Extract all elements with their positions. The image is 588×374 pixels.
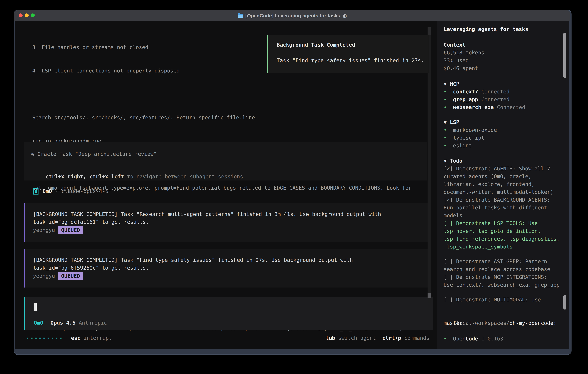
- tab-key-label: switch agent: [338, 334, 376, 342]
- oracle-task-box: ◉ Oracle Task "Deep architecture review"…: [24, 142, 427, 180]
- input-model: Opus 4.5: [51, 319, 75, 327]
- separator-dot: ·: [55, 187, 58, 195]
- mcp-item: •context7Connected: [444, 88, 561, 96]
- status-badge: QUEUED: [58, 226, 83, 234]
- lsp-section-heading: ▼ LSP: [444, 118, 561, 126]
- context-tokens: 66,518 tokens: [444, 49, 561, 57]
- bullet-icon: •: [444, 142, 453, 150]
- todo-item-done: [✓] Demonstrate AGENTS: Show all 7 curat…: [444, 165, 561, 196]
- app-name-light: Open: [453, 335, 466, 343]
- message-line: [BACKGROUND TASK COMPLETED] Task "Find t…: [33, 256, 353, 264]
- agent-status-icon: [33, 188, 39, 195]
- workspace-branch: master: [444, 319, 561, 327]
- main-scrollbar-cap: [428, 27, 431, 35]
- context-used: 33% used: [444, 57, 561, 64]
- mcp-item: •websearch_exaConnected: [444, 104, 561, 111]
- todo-scrollbar-thumb[interactable]: [563, 295, 566, 310]
- version-row: •OpenCode1.0.163: [444, 335, 561, 343]
- agent-header: OmO · claude-opus-4-5: [33, 187, 108, 195]
- context-heading: Context: [444, 41, 561, 49]
- spinner-dots-icon: ▪▪▪▪▪▪▪▪▪: [26, 334, 64, 342]
- lsp-name: typescript: [453, 134, 484, 142]
- mcp-name: grep_app: [453, 96, 478, 104]
- prompt-input[interactable]: OmO Opus 4.5 Anthropic: [24, 297, 433, 330]
- sidebar-scrollbar-thumb[interactable]: [563, 33, 566, 78]
- window-title-group: [OpenCode] Leveraging agents for tasks ◐: [14, 10, 570, 21]
- lsp-name: eslint: [453, 142, 472, 150]
- window-title: [OpenCode] Leveraging agents for tasks: [245, 13, 340, 19]
- terminal-line: [32, 90, 429, 98]
- status-badge: QUEUED: [58, 272, 83, 280]
- todo-item-pending: [ ] Demonstrate MCP INTEGRATIONS: Use co…: [444, 273, 561, 289]
- todo-item-done: [✓] Demonstrate BACKGROUND AGENTS: Run p…: [444, 196, 561, 219]
- lsp-item: •eslint: [444, 142, 561, 150]
- input-provider: Anthropic: [79, 319, 107, 327]
- message-line: task_id="bg_6f59260c" to get results.: [33, 264, 149, 272]
- message-box: [BACKGROUND TASK COMPLETED] Task "Resear…: [24, 203, 428, 242]
- todo-item-active: [ ] Demonstrate LSP TOOLS: Use lsp_hover…: [444, 219, 561, 251]
- bullet-icon: •: [444, 134, 453, 142]
- mcp-status: Connected: [497, 104, 525, 111]
- esc-key-label: interrupt: [84, 334, 112, 342]
- bullet-icon: •: [444, 96, 453, 104]
- mcp-item: •grep_appConnected: [444, 96, 561, 104]
- ctrlp-key-label: commands: [404, 334, 429, 342]
- bullet-icon: •: [444, 335, 453, 343]
- app-name-bold: Code: [466, 335, 478, 343]
- moon-icon: ◐: [342, 13, 347, 19]
- folder-icon: [238, 14, 243, 18]
- lsp-name: markdown-oxide: [453, 126, 497, 134]
- message-box: [BACKGROUND TASK COMPLETED] Task "Find t…: [24, 249, 428, 288]
- mcp-status: Connected: [481, 88, 509, 96]
- mcp-name: context7: [453, 88, 478, 96]
- mcp-status: Connected: [481, 96, 509, 104]
- todo-item-pending: [ ] Demonstrate MULTIMODAL: Use: [444, 296, 561, 303]
- tab-key-hint: tab: [326, 334, 335, 342]
- message-author: yeongyu: [33, 272, 55, 280]
- title-bar: [OpenCode] Leveraging agents for tasks ◐: [14, 10, 570, 21]
- background-task-notification: Background Task Completed Task "Find typ…: [267, 35, 430, 73]
- todo-section-heading: ▼ Todo: [444, 157, 561, 165]
- message-line: task_id="bg_dcfac161" to get results.: [33, 218, 149, 226]
- mcp-section-heading: ▼ MCP: [444, 80, 561, 88]
- todo-item-pending: [ ] Demonstrate AST-GREP: Pattern search…: [444, 258, 561, 273]
- bullet-icon: •: [444, 126, 453, 134]
- status-bar-left: ▪▪▪▪▪▪▪▪▪ esc interrupt: [26, 334, 112, 342]
- lsp-item: •markdown-oxide: [444, 126, 561, 134]
- agent-name: OmO: [42, 187, 52, 195]
- terminal-line: Search src/tools/, src/hooks/, src/featu…: [32, 114, 429, 122]
- message-line: [BACKGROUND TASK COMPLETED] Task "Resear…: [33, 210, 381, 218]
- input-agent-name: OmO: [34, 319, 43, 327]
- bullet-icon: •: [444, 104, 453, 111]
- session-title: Leveraging agents for tasks: [444, 25, 561, 33]
- mcp-name: websearch_exa: [453, 104, 494, 111]
- message-author: yeongyu: [33, 226, 55, 234]
- ctrlp-key-hint: ctrl+p: [382, 334, 401, 342]
- main-scrollbar-thumb[interactable]: [428, 293, 431, 298]
- agent-model: claude-opus-4-5: [62, 187, 108, 195]
- context-spent: $0.46 spent: [444, 64, 561, 72]
- shortcut-hint: to navigate between subagent sessions: [124, 174, 243, 179]
- notification-title: Background Task Completed: [277, 41, 355, 49]
- oracle-task-heading: ◉ Oracle Task "Deep architecture review": [31, 150, 157, 158]
- esc-key-hint: esc: [71, 334, 80, 342]
- text-cursor: [33, 303, 37, 311]
- status-bar-right: tab switch agent ctrl+p commands: [326, 334, 430, 342]
- keyboard-shortcut: ctrl+x right, ctrl+x left: [46, 174, 124, 179]
- bullet-icon: •: [444, 88, 453, 96]
- lsp-item: •typescript: [444, 134, 561, 142]
- notification-body: Task "Find type safety issues" finished …: [277, 57, 424, 64]
- app-version: 1.0.163: [481, 335, 503, 343]
